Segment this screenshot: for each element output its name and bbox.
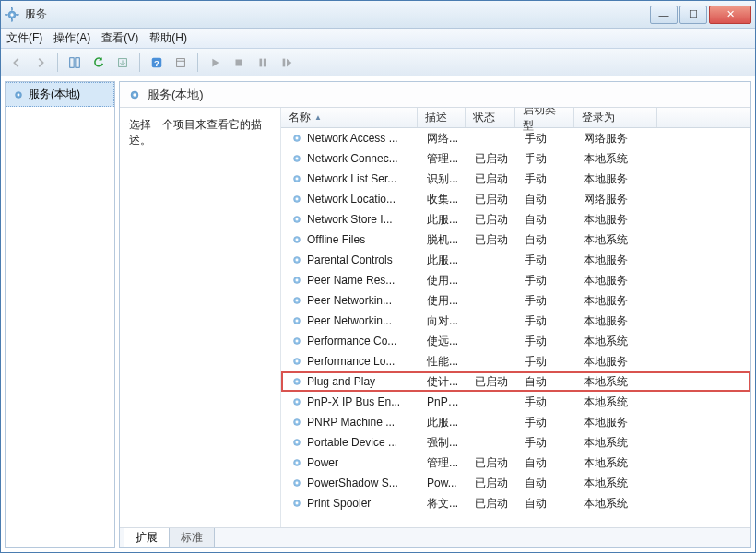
- column-header-logon[interactable]: 登录为: [574, 108, 657, 127]
- cell-startup: 手动: [517, 273, 576, 288]
- close-button[interactable]: ✕: [709, 6, 751, 24]
- menu-file[interactable]: 文件(F): [6, 30, 42, 46]
- svg-point-46: [296, 381, 299, 383]
- service-icon: [290, 456, 303, 469]
- service-row[interactable]: Performance Lo...性能...手动本地服务: [281, 351, 750, 371]
- pane-header: 服务(本地): [120, 82, 750, 108]
- cell-startup: 自动: [517, 476, 576, 491]
- cell-status: 已启动: [467, 151, 517, 167]
- show-hide-tree-button[interactable]: [65, 53, 85, 73]
- refresh-button[interactable]: [89, 53, 109, 73]
- menu-help[interactable]: 帮助(H): [149, 30, 187, 46]
- service-icon: [290, 132, 303, 145]
- cell-status: 已启动: [467, 374, 517, 390]
- pane-header-title: 服务(本地): [148, 87, 204, 103]
- column-header-description[interactable]: 描述: [418, 108, 466, 127]
- menu-view[interactable]: 查看(V): [101, 30, 138, 46]
- svg-text:?: ?: [154, 57, 159, 67]
- column-header-name[interactable]: 名称▲: [281, 108, 418, 127]
- service-icon: [290, 416, 303, 429]
- svg-point-22: [296, 137, 299, 140]
- console-tree-pane: 服务(本地): [5, 81, 115, 548]
- service-icon: [290, 253, 303, 266]
- service-icon: [290, 436, 303, 449]
- service-icon: [290, 497, 303, 510]
- stop-service-button[interactable]: [229, 53, 249, 73]
- cell-startup: 自动: [517, 232, 576, 248]
- sort-asc-icon: ▲: [314, 113, 322, 122]
- list-body[interactable]: Network Access ...网络...手动网络服务Network Con…: [281, 128, 750, 527]
- svg-point-1: [10, 13, 13, 16]
- service-row[interactable]: PNRP Machine ...此服...手动本地服务: [281, 412, 750, 432]
- toolbar-separator: [139, 53, 140, 72]
- tree-root-label: 服务(本地): [29, 87, 80, 102]
- cell-logon: 本地服务: [576, 212, 659, 228]
- cell-logon: 本地服务: [576, 415, 659, 430]
- cell-startup: 手动: [517, 415, 576, 430]
- cell-name: Portable Device ...: [283, 436, 419, 449]
- cell-name: Performance Co...: [283, 335, 419, 347]
- cell-status: 已启动: [467, 476, 517, 491]
- cell-name: Peer Networkin...: [283, 294, 419, 307]
- restart-service-button[interactable]: [277, 53, 297, 73]
- start-service-button[interactable]: [205, 53, 225, 73]
- cell-description: 性能...: [419, 354, 467, 370]
- tree-root-services-local[interactable]: 服务(本地): [6, 82, 114, 107]
- cell-name: PowerShadow S...: [283, 477, 419, 489]
- service-row[interactable]: PnP-X IP Bus En...PnP-...手动本地系统: [281, 392, 750, 412]
- window-buttons: — ☐ ✕: [648, 6, 751, 24]
- service-icon: [290, 375, 303, 388]
- service-row[interactable]: Network Connec...管理...已启动手动本地系统: [281, 148, 750, 169]
- forward-button[interactable]: [30, 53, 51, 73]
- properties-button[interactable]: [171, 53, 191, 73]
- cell-description: 使远...: [419, 334, 467, 349]
- menu-action[interactable]: 操作(A): [53, 30, 90, 46]
- column-header-status[interactable]: 状态: [466, 108, 515, 127]
- minimize-button[interactable]: —: [650, 6, 678, 24]
- pause-service-button[interactable]: [253, 53, 273, 73]
- service-row[interactable]: Portable Device ...强制...手动本地系统: [281, 432, 750, 453]
- titlebar: 服务 — ☐ ✕: [1, 1, 755, 29]
- cell-logon: 本地系统: [576, 455, 659, 471]
- svg-point-36: [296, 279, 299, 282]
- cell-description: 使用...: [419, 293, 467, 309]
- svg-point-40: [296, 320, 299, 323]
- service-row[interactable]: Print Spooler将文...已启动自动本地系统: [281, 493, 750, 513]
- service-row[interactable]: Performance Co...使远...手动本地系统: [281, 331, 750, 351]
- service-row[interactable]: Network Locatio...收集...已启动自动网络服务: [281, 189, 750, 209]
- svg-rect-14: [260, 58, 263, 66]
- service-row[interactable]: Peer Networkin...向对...手动本地服务: [281, 311, 750, 331]
- cell-logon: 本地系统: [576, 476, 659, 491]
- cell-status: 已启动: [467, 232, 517, 248]
- back-button[interactable]: [6, 53, 27, 73]
- svg-rect-15: [264, 58, 266, 66]
- help-button[interactable]: ?: [147, 53, 167, 73]
- service-row[interactable]: Network List Ser...识别...已启动手动本地服务: [281, 169, 750, 189]
- cell-description: 使计...: [419, 374, 467, 390]
- tab-extended[interactable]: 扩展: [124, 528, 170, 548]
- tab-standard[interactable]: 标准: [169, 528, 215, 548]
- service-row[interactable]: Peer Networkin...使用...手动本地服务: [281, 290, 750, 311]
- service-icon: [290, 172, 303, 185]
- service-row[interactable]: Network Access ...网络...手动网络服务: [281, 128, 750, 148]
- service-row[interactable]: Parental Controls此服...手动本地服务: [281, 250, 750, 270]
- service-row[interactable]: Network Store I...此服...已启动自动本地服务: [281, 209, 750, 229]
- maximize-button[interactable]: ☐: [679, 6, 707, 24]
- service-row[interactable]: Peer Name Res...使用...手动本地服务: [281, 270, 750, 290]
- cell-name: Network Access ...: [283, 132, 419, 145]
- service-row[interactable]: Offline Files脱机...已启动自动本地系统: [281, 229, 750, 250]
- cell-startup: 手动: [517, 394, 576, 410]
- svg-point-56: [296, 482, 299, 485]
- cell-startup: 自动: [517, 212, 576, 228]
- cell-description: 收集...: [419, 192, 467, 207]
- export-list-button[interactable]: [112, 53, 133, 73]
- cell-logon: 本地服务: [576, 171, 659, 187]
- cell-logon: 本地系统: [576, 496, 659, 512]
- svg-point-20: [133, 93, 136, 96]
- column-header-startup[interactable]: 启动类型: [515, 108, 574, 127]
- service-row[interactable]: Power管理...已启动自动本地系统: [281, 453, 750, 473]
- cell-description: 使用...: [419, 273, 467, 288]
- service-row[interactable]: PowerShadow S...Pow...已启动自动本地系统: [281, 473, 750, 493]
- service-row[interactable]: Plug and Play使计...已启动自动本地系统: [281, 371, 750, 392]
- service-icon: [290, 193, 303, 206]
